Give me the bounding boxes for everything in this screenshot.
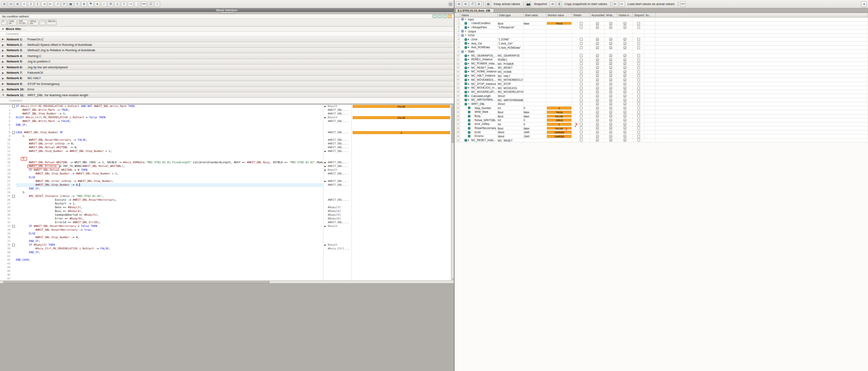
data-type-cell[interactable]: Struct xyxy=(498,102,524,106)
table-row[interactable]: 6▶Zone"1.ZONE"✓✓✓ xyxy=(455,37,868,42)
table-row[interactable]: 26Retval_WRITDBLInt0-32621✓✓✓ xyxy=(455,118,868,122)
expand-icon[interactable]: ▶ xyxy=(468,46,470,50)
accessible-checkbox[interactable]: ✓ xyxy=(596,87,599,90)
data-type-cell[interactable]: MC_HOME xyxy=(498,70,524,74)
delete-network-icon[interactable]: ⊟ xyxy=(8,1,14,7)
data-type-cell[interactable] xyxy=(498,34,524,37)
accessible-checkbox[interactable]: ✓ xyxy=(596,115,599,117)
retain-checkbox[interactable] xyxy=(580,102,583,105)
retain-checkbox[interactable] xyxy=(580,111,583,114)
visible-checkbox[interactable]: ✓ xyxy=(623,115,626,117)
code-line[interactable]: END_CASE; xyxy=(16,258,323,262)
retain-checkbox[interactable] xyxy=(580,26,583,29)
accessible-checkbox[interactable]: ✓ xyxy=(596,82,599,85)
load-values-icon[interactable]: ⇇ xyxy=(613,1,618,7)
setpoint-checkbox[interactable] xyxy=(637,26,640,29)
code-line[interactable]: #WRIT_DBL.ResartNeccersary := true; xyxy=(16,228,323,232)
writable-checkbox[interactable]: ✓ xyxy=(609,26,612,29)
code-line[interactable]: #WRIT_DBL.error_inStep := #WRIT_DBL.Step… xyxy=(16,179,323,183)
accessible-checkbox[interactable]: ✓ xyxy=(596,54,599,57)
start-value-cell[interactable] xyxy=(524,54,547,57)
expand-icon[interactable]: ▶ xyxy=(2,88,5,91)
expand-icon[interactable]: ▶ xyxy=(2,77,5,80)
code-line[interactable]: ELSE xyxy=(16,176,323,179)
column-header-supervision[interactable]: Su... xyxy=(644,13,655,17)
start-value-cell[interactable] xyxy=(524,86,547,90)
monitor-expand-icon[interactable]: ▶ xyxy=(324,164,327,168)
writable-checkbox[interactable]: ✓ xyxy=(609,66,612,69)
collapse-icon[interactable]: ▼ xyxy=(465,30,467,33)
collapse-icon[interactable]: ▼ xyxy=(2,28,4,30)
network-row-5[interactable]: ▶Network 5:Jog to position.C xyxy=(0,59,454,65)
expand-icon[interactable]: ▶ xyxy=(468,86,470,90)
code-line[interactable]: Done => #Dumy[3], xyxy=(16,206,323,209)
code-line[interactable]: 3: xyxy=(16,191,323,194)
code-line[interactable] xyxy=(16,127,323,131)
start-value-cell[interactable] xyxy=(524,46,547,50)
visible-checkbox[interactable]: ✓ xyxy=(623,46,626,49)
start-value-cell[interactable] xyxy=(524,17,547,21)
visible-checkbox[interactable]: ✓ xyxy=(623,123,626,126)
code-line[interactable]: #WRIT_DBL.Step_Number := 0; xyxy=(16,236,323,239)
code-line[interactable]: #WRIT_DBL.Retval_WRITDBL := WRIT_DBL (RE… xyxy=(16,161,323,164)
collapse-icon[interactable]: ▼ xyxy=(2,94,5,96)
code-line[interactable]: CommandAborted => #Dumy[5], xyxy=(16,213,323,217)
data-type-cell[interactable]: "2.Axis_ROMData" xyxy=(498,46,524,50)
expand-icon[interactable]: ▶ xyxy=(2,82,5,85)
start-value-cell[interactable] xyxy=(524,37,547,41)
column-header-data-type[interactable]: Data type xyxy=(498,13,524,17)
writable-checkbox[interactable]: ✓ xyxy=(609,22,612,25)
code-line[interactable]: Restart := 1, xyxy=(16,202,323,206)
code-line[interactable] xyxy=(16,153,323,157)
network-row-6[interactable]: ▶Network 6:Jog by the set velocity/speed xyxy=(0,65,454,70)
visible-checkbox[interactable]: ✓ xyxy=(623,82,626,85)
accessible-checkbox[interactable]: ✓ xyxy=(596,62,599,65)
table-row[interactable]: 3▶i.RecipePara"3.RecipeList"✓✓✓ xyxy=(455,25,868,30)
setpoint-checkbox[interactable] xyxy=(637,70,640,73)
setpoint-checkbox[interactable] xyxy=(637,78,640,81)
setpoint-checkbox[interactable] xyxy=(637,82,640,85)
accessible-checkbox[interactable]: ✓ xyxy=(596,131,599,134)
setpoint-checkbox[interactable] xyxy=(637,107,640,110)
start-value-cell[interactable]: 0 xyxy=(524,106,547,110)
accessible-checkbox[interactable]: ✓ xyxy=(596,119,599,122)
snapshot-button[interactable]: Snapshot xyxy=(532,1,549,7)
accessible-checkbox[interactable]: ✓ xyxy=(596,38,599,41)
retain-checkbox[interactable] xyxy=(580,119,583,122)
setpoint-checkbox[interactable] xyxy=(637,115,640,117)
start-value-cell[interactable] xyxy=(524,78,547,82)
table-row[interactable]: 5▼InOut xyxy=(455,34,868,38)
column-header-writable[interactable]: Writa... xyxy=(605,13,617,17)
start-value-cell[interactable]: false xyxy=(524,115,547,118)
writable-checkbox[interactable]: ✓ xyxy=(609,99,612,102)
data-type-cell[interactable]: RDREC xyxy=(498,58,524,62)
favorite-comment[interactable]: (*..*) xyxy=(40,20,46,25)
start-value-cell[interactable]: 16#0 xyxy=(524,130,547,134)
start-value-cell[interactable] xyxy=(524,139,547,142)
writable-checkbox[interactable]: ✓ xyxy=(609,107,612,110)
monitor-all-icon[interactable]: 👓 xyxy=(680,1,686,7)
start-value-cell[interactable]: false xyxy=(524,127,547,130)
snapshot-icon[interactable]: 📷 xyxy=(525,1,531,7)
expand-icon[interactable]: ▶ xyxy=(468,25,470,29)
column-header-monitor-value[interactable]: Monitor value xyxy=(547,13,572,17)
retain-checkbox[interactable] xyxy=(580,78,583,81)
expand-icon[interactable]: ▶ xyxy=(2,60,5,63)
expand-icon[interactable]: ▶ xyxy=(468,139,470,142)
code-line[interactable]: END_IF; xyxy=(16,239,323,243)
writable-checkbox[interactable]: ✓ xyxy=(609,90,612,93)
visible-checkbox[interactable]: ✓ xyxy=(623,90,626,93)
expand-icon[interactable]: ▶ xyxy=(468,42,470,45)
expand-icon[interactable]: ▶ xyxy=(468,94,470,98)
code-line[interactable]: IF #WRIT_DBL.Retval_WRITDBL = 0 THEN xyxy=(16,168,323,172)
writable-checkbox[interactable]: ✓ xyxy=(609,131,612,134)
data-type-cell[interactable]: MC_MOVERELATIVE xyxy=(498,90,524,94)
expand-icon[interactable]: ▶ xyxy=(468,66,470,70)
code-line[interactable]: END_IF; xyxy=(16,251,323,254)
start-value-cell[interactable] xyxy=(524,74,547,78)
start-value-cell[interactable] xyxy=(524,34,547,37)
block-title-row[interactable]: ▼ Block title: ... xyxy=(0,27,454,32)
code-line[interactable]: ELSIF #Axis_Ctrl.MC_MOVERELATIVE.i.ReSta… xyxy=(16,116,323,120)
data-type-cell[interactable]: MC_MOVEABSOLUTE xyxy=(498,78,524,82)
retain-checkbox[interactable] xyxy=(580,58,583,61)
